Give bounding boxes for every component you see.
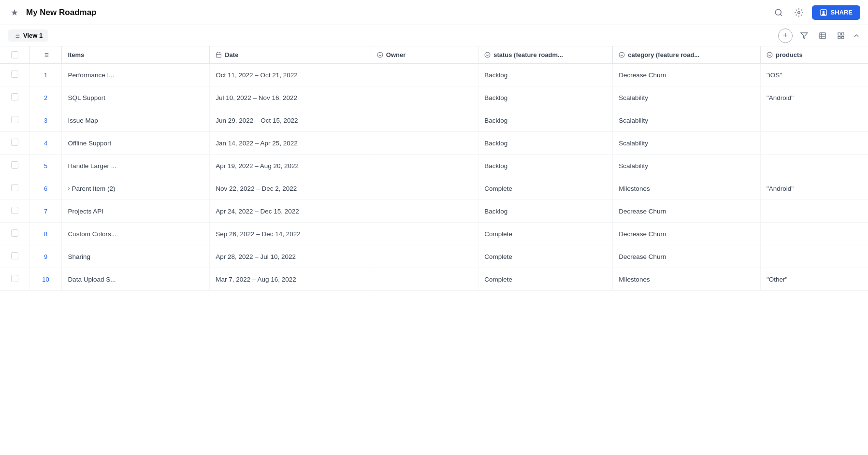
- layout-button[interactable]: [834, 30, 848, 42]
- table-row: 9 Sharing Apr 28, 2022 – Jul 10, 2022 Co…: [0, 245, 868, 268]
- table-settings-icon: [819, 32, 826, 40]
- row-check-cell-0: [0, 64, 29, 86]
- filter-icon: [800, 32, 808, 40]
- star-button[interactable]: ★: [8, 4, 21, 21]
- row-name-text-2: Issue Map: [68, 117, 98, 124]
- header-num-cell: [29, 46, 62, 64]
- row-name-text-6: Projects API: [68, 208, 103, 215]
- view-tab[interactable]: View 1: [8, 29, 48, 42]
- row-products-3: [761, 132, 868, 155]
- row-name-text-1: SQL Support: [68, 94, 105, 101]
- layout-icon: [837, 32, 845, 40]
- row-products-8: [761, 245, 868, 268]
- row-num-6: 7: [29, 200, 62, 223]
- row-category-0: Decrease Churn: [613, 64, 761, 86]
- table-row: 8 Custom Colors... Sep 26, 2022 – Dec 14…: [0, 223, 868, 245]
- row-category-3: Scalability: [613, 132, 761, 155]
- table-row: 6 › Parent Item (2) Nov 22, 2022 – Dec 2…: [0, 177, 868, 200]
- header-right: SHARE: [771, 5, 860, 20]
- svg-point-28: [485, 52, 490, 57]
- svg-point-4: [823, 11, 825, 13]
- row-checkbox-3[interactable]: [11, 139, 18, 146]
- svg-rect-16: [838, 33, 840, 35]
- row-status-6: Backlog: [478, 200, 613, 223]
- row-status-7: Complete: [478, 223, 613, 245]
- row-num-1: 2: [29, 86, 62, 109]
- table-row: 3 Issue Map Jun 29, 2022 – Oct 15, 2022 …: [0, 109, 868, 132]
- row-products-6: [761, 200, 868, 223]
- row-owner-8: [371, 245, 478, 268]
- header-owner-label: Owner: [386, 51, 405, 58]
- row-owner-1: [371, 86, 478, 109]
- row-num-9: 10: [29, 268, 62, 291]
- row-category-1: Scalability: [613, 86, 761, 109]
- row-date-0: Oct 11, 2022 – Oct 21, 2022: [210, 64, 371, 86]
- row-owner-2: [371, 109, 478, 132]
- row-checkbox-7[interactable]: [11, 229, 18, 237]
- row-checkbox-9[interactable]: [11, 275, 18, 282]
- share-label: SHARE: [830, 9, 853, 16]
- page-title: My New Roadmap: [26, 8, 96, 17]
- row-checkbox-4[interactable]: [11, 161, 18, 169]
- row-check-cell-4: [0, 155, 29, 177]
- row-check-cell-5: [0, 177, 29, 200]
- row-checkbox-6[interactable]: [11, 207, 18, 214]
- row-products-4: [761, 155, 868, 177]
- svg-point-30: [767, 52, 772, 57]
- row-checkbox-1[interactable]: [11, 93, 18, 100]
- header-items-label: Items: [68, 51, 84, 58]
- row-name-1: SQL Support: [62, 86, 210, 109]
- row-checkbox-2[interactable]: [11, 116, 18, 123]
- svg-rect-12: [820, 33, 825, 39]
- row-products-5: "Android": [761, 177, 868, 200]
- data-table-container: Items Date: [0, 46, 868, 291]
- row-checkbox-0[interactable]: [11, 71, 18, 78]
- share-button[interactable]: SHARE: [812, 5, 860, 20]
- table-row: 4 Offline Support Jan 14, 2022 – Apr 25,…: [0, 132, 868, 155]
- filter-button[interactable]: [797, 30, 811, 42]
- row-status-0: Backlog: [478, 64, 613, 86]
- table-row: 10 Data Upload S... Mar 7, 2022 – Aug 16…: [0, 268, 868, 291]
- chevron-up-icon: [853, 32, 860, 40]
- row-name-7: Custom Colors...: [62, 223, 210, 245]
- row-date-3: Jan 14, 2022 – Apr 25, 2022: [210, 132, 371, 155]
- circle-chevron-down-category-icon: [619, 52, 625, 58]
- svg-marker-11: [801, 33, 807, 39]
- header-owner: Owner: [371, 46, 478, 64]
- table-row: 5 Handle Larger ... Apr 19, 2022 – Aug 2…: [0, 155, 868, 177]
- row-num-3: 4: [29, 132, 62, 155]
- row-name-5: › Parent Item (2): [62, 177, 210, 200]
- add-view-button[interactable]: +: [778, 28, 793, 43]
- list-icon: [14, 32, 20, 39]
- row-owner-5: [371, 177, 478, 200]
- table-header-row: Items Date: [0, 46, 868, 64]
- row-status-8: Complete: [478, 245, 613, 268]
- row-owner-7: [371, 223, 478, 245]
- row-name-text-0: Performance I...: [68, 71, 114, 79]
- header-products: products: [761, 46, 868, 64]
- table-settings-button[interactable]: [816, 30, 829, 42]
- row-num-8: 9: [29, 245, 62, 268]
- collapse-button[interactable]: [853, 32, 860, 40]
- row-name-9: Data Upload S...: [62, 268, 210, 291]
- row-owner-0: [371, 64, 478, 86]
- row-status-3: Backlog: [478, 132, 613, 155]
- row-status-2: Backlog: [478, 109, 613, 132]
- row-date-2: Jun 29, 2022 – Oct 15, 2022: [210, 109, 371, 132]
- row-checkbox-8[interactable]: [11, 252, 18, 259]
- settings-button[interactable]: [792, 5, 806, 20]
- row-owner-9: [371, 268, 478, 291]
- circle-chevron-down-owner-icon: [377, 52, 383, 58]
- expand-arrow-5[interactable]: ›: [68, 185, 70, 192]
- row-num-4: 5: [29, 155, 62, 177]
- row-products-9: "Other": [761, 268, 868, 291]
- search-button[interactable]: [771, 5, 786, 20]
- row-category-8: Decrease Churn: [613, 245, 761, 268]
- header-items: Items: [62, 46, 210, 64]
- row-checkbox-5[interactable]: [11, 184, 18, 191]
- search-icon: [774, 8, 783, 17]
- svg-point-2: [798, 11, 800, 14]
- select-all-checkbox[interactable]: [11, 51, 18, 58]
- row-check-cell-3: [0, 132, 29, 155]
- row-name-8: Sharing: [62, 245, 210, 268]
